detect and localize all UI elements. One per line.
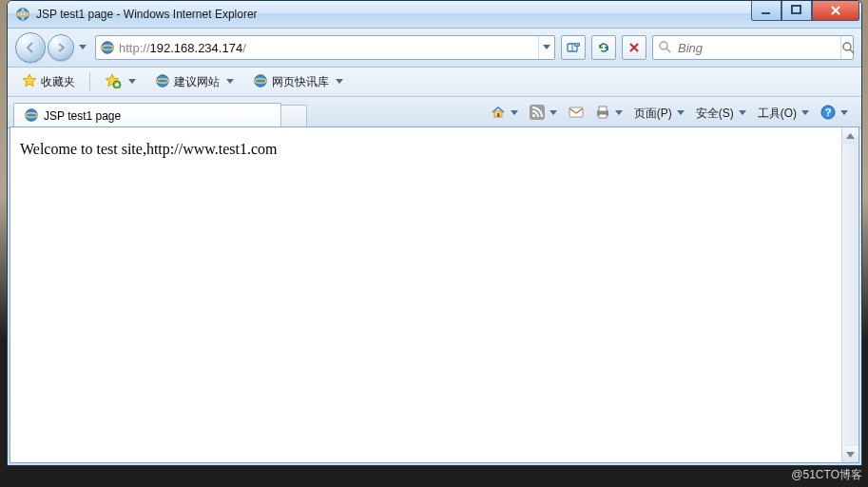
chevron-down-icon bbox=[615, 110, 623, 116]
svg-point-4 bbox=[102, 42, 113, 53]
svg-rect-7 bbox=[575, 44, 580, 47]
ie-icon bbox=[15, 7, 30, 22]
svg-rect-23 bbox=[599, 107, 607, 111]
url-host: 192.168.234.174 bbox=[150, 41, 243, 55]
stop-button[interactable] bbox=[622, 35, 646, 60]
svg-point-13 bbox=[255, 74, 266, 86]
tab-title: JSP test1 page bbox=[44, 109, 121, 123]
chevron-down-icon bbox=[226, 79, 234, 85]
help-icon: ? bbox=[820, 105, 836, 123]
tab-current[interactable]: JSP test1 page bbox=[13, 103, 281, 128]
ie-window: JSP test1 page - Windows Internet Explor… bbox=[7, 0, 862, 466]
safety-menu[interactable]: 安全(S) bbox=[692, 103, 750, 124]
scroll-down-button[interactable] bbox=[842, 446, 858, 462]
feeds-button[interactable] bbox=[526, 103, 561, 124]
star-icon bbox=[22, 73, 37, 91]
web-slice-gallery-link[interactable]: 网页快讯库 bbox=[246, 70, 350, 93]
search-go-button[interactable] bbox=[840, 36, 855, 59]
svg-point-11 bbox=[157, 74, 168, 86]
address-bar[interactable]: http://192.168.234.174/ bbox=[95, 35, 555, 60]
page-menu[interactable]: 页面(P) bbox=[630, 103, 688, 124]
address-input[interactable]: http://192.168.234.174/ bbox=[119, 39, 538, 57]
chevron-down-icon bbox=[739, 110, 746, 116]
chevron-down-icon bbox=[128, 79, 136, 85]
search-box[interactable] bbox=[652, 35, 854, 60]
ie-icon bbox=[155, 73, 170, 91]
vertical-scrollbar[interactable] bbox=[841, 127, 858, 462]
svg-rect-2 bbox=[762, 12, 770, 14]
home-icon bbox=[491, 105, 506, 123]
compat-view-button[interactable] bbox=[561, 35, 586, 60]
url-suffix: / bbox=[242, 41, 246, 55]
chevron-down-icon bbox=[336, 79, 343, 85]
ie-icon bbox=[253, 73, 268, 91]
rss-icon bbox=[530, 105, 545, 123]
svg-rect-3 bbox=[792, 6, 800, 13]
chevron-down-icon bbox=[677, 110, 685, 116]
tab-icon bbox=[24, 107, 39, 126]
suggested-sites-link[interactable]: 建议网站 bbox=[148, 70, 241, 93]
minimize-button[interactable] bbox=[751, 1, 781, 21]
window-buttons bbox=[751, 1, 859, 20]
chevron-down-icon bbox=[550, 110, 557, 116]
refresh-button[interactable] bbox=[591, 35, 616, 60]
back-button[interactable] bbox=[15, 32, 46, 63]
home-button[interactable] bbox=[487, 103, 522, 124]
svg-text:?: ? bbox=[825, 107, 832, 118]
scroll-up-button[interactable] bbox=[842, 127, 858, 144]
printer-icon bbox=[595, 105, 610, 123]
window-title: JSP test1 page - Windows Internet Explor… bbox=[36, 8, 751, 21]
tools-label: 工具(O) bbox=[758, 106, 797, 122]
search-provider-icon bbox=[658, 40, 671, 55]
new-tab-button[interactable] bbox=[280, 105, 307, 128]
watermark: @51CTO博客 bbox=[791, 467, 862, 483]
favorites-label: 收藏夹 bbox=[41, 74, 75, 90]
tools-menu[interactable]: 工具(O) bbox=[754, 103, 813, 124]
scroll-track[interactable] bbox=[842, 144, 858, 446]
maximize-button[interactable] bbox=[781, 1, 812, 21]
svg-rect-21 bbox=[569, 107, 583, 117]
forward-button[interactable] bbox=[48, 34, 74, 61]
safety-label: 安全(S) bbox=[696, 106, 734, 122]
favorites-button[interactable]: 收藏夹 bbox=[15, 70, 82, 93]
star-plus-icon bbox=[105, 73, 122, 91]
nav-history-dropdown[interactable] bbox=[76, 33, 89, 62]
favorites-bar: 收藏夹 建议网站 网页快讯库 bbox=[8, 68, 861, 97]
url-prefix: http:// bbox=[119, 41, 150, 55]
nav-buttons bbox=[15, 32, 89, 63]
chevron-down-icon bbox=[840, 110, 848, 116]
print-button[interactable] bbox=[591, 103, 627, 124]
svg-point-20 bbox=[532, 114, 535, 117]
content-viewport: Welcome to test site,http://www.test1.co… bbox=[10, 127, 859, 463]
page-body: Welcome to test site,http://www.test1.co… bbox=[10, 127, 858, 462]
svg-point-15 bbox=[26, 108, 37, 120]
page-label: 页面(P) bbox=[634, 106, 672, 122]
search-input[interactable] bbox=[676, 40, 840, 56]
address-bar-row: http://192.168.234.174/ bbox=[8, 29, 861, 68]
svg-rect-18 bbox=[497, 113, 500, 117]
help-button[interactable]: ? bbox=[817, 103, 852, 124]
close-button[interactable] bbox=[812, 1, 859, 21]
command-bar: 页面(P) 安全(S) 工具(O) ? bbox=[307, 99, 856, 127]
mail-icon bbox=[569, 106, 584, 122]
svg-rect-19 bbox=[530, 105, 545, 120]
web-slice-label: 网页快讯库 bbox=[272, 74, 329, 90]
chevron-down-icon bbox=[801, 110, 809, 116]
add-favorite-button[interactable] bbox=[98, 70, 143, 93]
suggested-sites-label: 建议网站 bbox=[174, 74, 220, 90]
titlebar[interactable]: JSP test1 page - Windows Internet Explor… bbox=[8, 1, 861, 29]
page-text: Welcome to test site,http://www.test1.co… bbox=[20, 141, 278, 157]
separator bbox=[89, 72, 90, 91]
site-icon bbox=[100, 40, 115, 55]
chevron-down-icon bbox=[511, 110, 518, 116]
tab-row: JSP test1 page bbox=[8, 97, 861, 128]
svg-rect-24 bbox=[599, 114, 607, 118]
svg-point-8 bbox=[660, 42, 667, 49]
svg-point-9 bbox=[843, 43, 851, 50]
address-dropdown[interactable] bbox=[538, 36, 554, 59]
read-mail-button[interactable] bbox=[565, 103, 588, 124]
